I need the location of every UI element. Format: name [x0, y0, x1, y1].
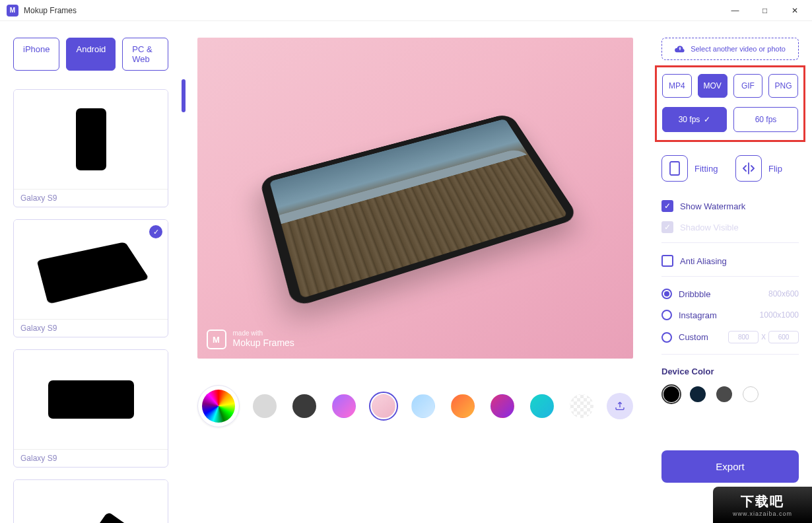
shadow-visible-toggle: ✓ Shadow Visible: [661, 221, 799, 233]
minimize-button[interactable]: —: [720, 1, 750, 20]
size-dribbble-dim: 800x600: [768, 289, 799, 298]
app-icon: M: [7, 5, 18, 17]
titlebar: M Mokup Frames — □ ✕: [0, 0, 812, 21]
fps-row: 30 fps✓ 60 fps: [662, 107, 798, 132]
anti-aliasing-label: Anti Aliasing: [680, 256, 727, 266]
sidebar: iPhone Android PC & Web Galaxy S9 ✓ Gala…: [0, 21, 182, 523]
device-list: Galaxy S9 ✓ Galaxy S9 Galaxy S9: [13, 89, 168, 523]
size-custom-label: Custom: [679, 332, 708, 342]
show-watermark-toggle[interactable]: ✓ Show Watermark: [661, 200, 799, 212]
select-media-button[interactable]: Select another video or photo: [661, 38, 799, 60]
export-button[interactable]: Export: [661, 450, 799, 483]
fitting-icon: [669, 160, 681, 176]
footer-url: www.xiazaiba.com: [733, 510, 792, 517]
device-color-white[interactable]: [743, 386, 759, 402]
swatch-magenta[interactable]: [491, 394, 514, 418]
show-watermark-label: Show Watermark: [680, 201, 745, 211]
device-color-navy[interactable]: [690, 386, 706, 402]
maximize-button[interactable]: □: [750, 1, 780, 20]
check-icon: ✓: [704, 115, 710, 124]
device-label: Galaxy S9: [14, 319, 168, 337]
divider: [661, 354, 799, 355]
size-instagram-dim: 1000x1000: [760, 310, 799, 320]
selected-check-icon: ✓: [149, 225, 162, 238]
device-color-row: [661, 384, 799, 404]
swatch-orange[interactable]: [451, 394, 475, 418]
platform-tabs: iPhone Android PC & Web: [13, 38, 168, 71]
app-title: Mokup Frames: [24, 6, 77, 15]
device-label: Galaxy S9: [14, 189, 168, 207]
color-wheel-button[interactable]: [197, 385, 240, 427]
size-dribbble-label: Dribbble: [679, 289, 710, 299]
tab-android[interactable]: Android: [66, 38, 116, 71]
custom-width-input[interactable]: [728, 331, 759, 343]
fitting-button[interactable]: Fitting: [661, 155, 725, 182]
svg-rect-0: [670, 162, 679, 175]
divider: [661, 242, 799, 243]
fitting-label: Fitting: [694, 164, 718, 174]
radio-icon: [661, 289, 672, 299]
dimension-separator: X: [761, 333, 766, 341]
select-media-label: Select another video or photo: [691, 45, 786, 53]
tab-pcweb[interactable]: PC & Web: [122, 38, 168, 71]
swatch-purple[interactable]: [332, 394, 356, 418]
cloud-upload-icon: [675, 45, 685, 53]
footer-title: 下载吧: [741, 493, 784, 510]
flip-button[interactable]: Flip: [735, 155, 799, 182]
upload-background-button[interactable]: [607, 393, 633, 419]
mockup-device: [259, 113, 579, 308]
custom-height-input[interactable]: [768, 331, 799, 343]
checkbox-icon: ✓: [661, 221, 673, 233]
size-instagram-label: Instagram: [679, 310, 717, 320]
swatch-teal[interactable]: [530, 394, 554, 418]
tab-iphone[interactable]: iPhone: [13, 38, 59, 71]
divider: [661, 276, 799, 277]
device-card-1[interactable]: Galaxy S9: [13, 89, 168, 207]
watermark-icon: M: [207, 330, 226, 349]
format-row: MP4 MOV GIF PNG: [662, 74, 798, 98]
swatch-gray[interactable]: [253, 394, 277, 418]
size-instagram[interactable]: Instagram 1000x1000: [661, 310, 799, 320]
checkbox-icon: [661, 255, 673, 267]
format-png[interactable]: PNG: [768, 74, 798, 98]
swatch-dark[interactable]: [292, 394, 316, 418]
format-mp4[interactable]: MP4: [662, 74, 692, 98]
device-card-3[interactable]: Galaxy S9: [13, 349, 168, 468]
settings-panel: Select another video or photo MP4 MOV GI…: [648, 21, 812, 523]
footer-badge: 下载吧 www.xiazaiba.com: [713, 487, 812, 523]
size-dribbble[interactable]: Dribbble 800x600: [661, 289, 799, 299]
watermark-line2: Mokup Frames: [233, 337, 294, 348]
mockup-preview[interactable]: M made with Mokup Frames: [197, 38, 633, 359]
device-color-black[interactable]: [663, 386, 679, 402]
device-card-4[interactable]: [13, 479, 168, 523]
format-gif[interactable]: GIF: [733, 74, 763, 98]
shadow-visible-label: Shadow Visible: [680, 223, 739, 232]
background-color-row: [197, 385, 633, 427]
transform-controls: Fitting Flip: [661, 155, 799, 182]
window-controls: — □ ✕: [720, 1, 809, 20]
swatch-transparent[interactable]: [570, 394, 593, 418]
sidebar-drag-handle[interactable]: [182, 79, 186, 112]
mockup-screen: [269, 119, 568, 298]
checkbox-icon: ✓: [661, 200, 673, 212]
radio-icon: [661, 310, 672, 320]
flip-icon: [741, 162, 756, 174]
device-card-2[interactable]: ✓ Galaxy S9: [13, 219, 168, 337]
fps-30[interactable]: 30 fps✓: [662, 107, 727, 132]
device-color-gray[interactable]: [716, 386, 732, 402]
watermark-line1: made with: [233, 330, 294, 337]
swatch-pink[interactable]: [372, 394, 395, 418]
fps-60[interactable]: 60 fps: [733, 107, 798, 132]
device-label: Galaxy S9: [14, 449, 168, 467]
format-mov[interactable]: MOV: [698, 74, 727, 98]
preview-pane: M made with Mokup Frames: [182, 21, 648, 523]
size-custom[interactable]: Custom X: [661, 331, 799, 343]
export-settings-highlight: MP4 MOV GIF PNG 30 fps✓ 60 fps: [655, 65, 805, 142]
device-color-title: Device Color: [661, 366, 799, 376]
anti-aliasing-toggle[interactable]: Anti Aliasing: [661, 255, 799, 267]
radio-icon: [661, 332, 672, 343]
swatch-lightblue[interactable]: [411, 394, 435, 418]
flip-label: Flip: [768, 164, 782, 174]
close-button[interactable]: ✕: [780, 1, 809, 20]
watermark: M made with Mokup Frames: [207, 330, 294, 349]
